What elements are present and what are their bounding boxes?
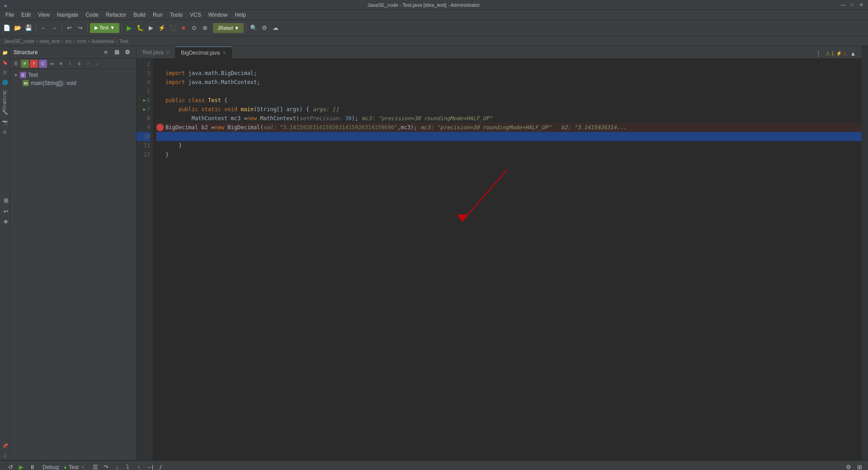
maximize-button[interactable]: □ <box>849 2 855 8</box>
menu-run[interactable]: Run <box>149 11 166 19</box>
run-config-dropdown[interactable]: ▶ Test ▼ <box>90 23 119 33</box>
debug-run-to-cursor-btn[interactable]: →| <box>145 462 155 470</box>
struct-f-btn[interactable]: f <box>30 60 38 68</box>
debug-pause-btn[interactable]: ⏸ <box>27 462 37 470</box>
struct-m-btn[interactable]: m <box>48 60 56 68</box>
menu-edit[interactable]: Edit <box>18 11 34 19</box>
tree-item-test[interactable]: ▼ C Test <box>12 71 134 79</box>
breadcrumb-test[interactable]: Test <box>119 38 128 44</box>
new-file-button[interactable]: 📄 <box>2 23 12 33</box>
left-sidebar: 📁 🔖 ☰ 🌐 M G 🔧 📷 ⚙ 📌 J <box>0 46 10 460</box>
line-numbers: 2 3 4 5 ▶6 ▶7 8 9 10 11 12 <box>137 59 153 460</box>
struct-p-btn[interactable]: P <box>21 60 29 68</box>
expand-editor-btn[interactable]: ▲ <box>848 48 858 58</box>
frame-view-btn[interactable]: 👁 <box>1 217 11 227</box>
tree-item-main[interactable]: m main(String[]): void <box>12 79 134 87</box>
search-everywhere-button[interactable]: 🔍 <box>249 23 259 33</box>
menu-help[interactable]: Help <box>231 11 250 19</box>
menu-tools[interactable]: Tools <box>166 11 186 19</box>
struct-i-btn[interactable]: i <box>66 60 74 68</box>
menu-view[interactable]: View <box>34 11 53 19</box>
debug-step-over-btn[interactable]: ↷ <box>101 462 111 470</box>
frame-copy-btn[interactable]: ⊞ <box>1 195 11 205</box>
breadcrumb-idea[interactable]: idea_test <box>40 38 60 44</box>
debug-button[interactable]: 🐛 <box>135 23 145 33</box>
sidebar-project-icon[interactable]: 📁 <box>0 48 9 57</box>
method-icon: m <box>23 80 29 86</box>
breadcrumb-javase[interactable]: JavaSE_code <box>4 38 34 44</box>
forward-button[interactable]: → <box>49 23 59 33</box>
menu-window[interactable]: Window <box>205 11 231 19</box>
breadcrumb-com[interactable]: com <box>77 38 86 44</box>
sidebar-tools-icon[interactable]: 🔧 <box>0 108 9 117</box>
menu-build[interactable]: Build <box>130 11 149 19</box>
more-run-button[interactable]: ⊙ <box>189 23 199 33</box>
undo-button[interactable]: ↩ <box>64 23 74 33</box>
menu-vcs[interactable]: VCS <box>186 11 205 19</box>
code-line-10 <box>156 132 862 141</box>
debug-step-into-btn[interactable]: ↓ <box>112 462 122 470</box>
code-content[interactable]: import java.math.BigDecimal; import java… <box>153 59 862 460</box>
open-button[interactable]: 📂 <box>13 23 23 33</box>
code-editor[interactable]: 2 3 4 5 ▶6 ▶7 8 9 10 11 12 <box>137 59 862 460</box>
debug-resume-btn[interactable]: ▶ <box>16 462 26 470</box>
run-button[interactable]: ▶ <box>124 23 134 33</box>
no-run-button[interactable]: ⊗ <box>200 23 210 33</box>
sidebar-pin-icon[interactable]: 📌 <box>0 441 9 450</box>
debug-evaluate-btn[interactable]: 𝑓 <box>156 462 165 470</box>
right-gutter <box>862 46 868 460</box>
tab-bigdecimal-java[interactable]: BigDecimal.java ✕ <box>175 47 232 58</box>
tab-test-java[interactable]: Test.java ✕ <box>137 47 175 58</box>
struct-s-btn[interactable]: S <box>75 60 83 68</box>
sidebar-jrebel-icon[interactable]: J <box>0 451 9 460</box>
struct-x-btn[interactable]: ✕ <box>57 60 65 68</box>
close-button[interactable]: ✕ <box>858 2 864 8</box>
profile-button[interactable]: ⚡ <box>157 23 167 33</box>
debug-step-out-btn[interactable]: ↑ <box>134 462 144 470</box>
debug-settings-btn[interactable]: ⚙ <box>844 462 854 470</box>
debug-tab-name[interactable]: ● Test ✕ <box>64 464 85 470</box>
debug-step-into-method-btn[interactable]: ⤵ <box>123 462 133 470</box>
vcs-button[interactable]: ☁ <box>270 23 280 33</box>
recent-files-btn[interactable]: ⋮ <box>814 48 824 58</box>
settings-button[interactable]: ⚙ <box>259 23 269 33</box>
breadcrumb-liu[interactable]: liudashuai <box>92 38 114 44</box>
debug-frames-btn[interactable]: ☰ <box>90 462 100 470</box>
sidebar-settings-icon[interactable]: ⚙ <box>0 127 9 136</box>
sidebar-web-icon[interactable]: 🌐 <box>0 78 9 87</box>
structure-sort-btn[interactable]: ≡ <box>101 47 111 57</box>
structure-expand-btn[interactable]: ⊞ <box>112 47 122 57</box>
struct-up-btn[interactable]: ↑ <box>84 60 92 68</box>
frame-restore-btn[interactable]: ↩ <box>1 206 11 216</box>
menu-file[interactable]: File <box>2 11 18 19</box>
breakpoint-marker[interactable] <box>156 124 164 131</box>
menu-navigate[interactable]: Navigate <box>53 11 82 19</box>
sidebar-camera-icon[interactable]: 📷 <box>0 118 9 127</box>
sidebar-maven-icon[interactable]: M <box>0 88 9 97</box>
sidebar-structure-icon[interactable]: ☰ <box>0 68 9 77</box>
minimize-button[interactable]: — <box>840 2 846 8</box>
save-button[interactable]: 💾 <box>24 23 33 33</box>
tab-bigdecimal-java-close[interactable]: ✕ <box>222 50 226 55</box>
struct-c-btn[interactable]: C <box>39 60 47 68</box>
stop-button[interactable]: ■ <box>179 23 189 33</box>
breadcrumb-src[interactable]: src <box>65 38 72 44</box>
stop-build-button[interactable]: ⬛ <box>168 23 178 33</box>
debug-layout-btn[interactable]: ⊞ <box>854 462 864 470</box>
frame-side-actions: ⊞ ↩ 👁 <box>0 194 12 228</box>
debug-restart-btn[interactable]: ↺ <box>5 462 15 470</box>
jrebel-btn[interactable]: JRebel ▼ <box>213 23 244 33</box>
sidebar-gradle-icon[interactable]: G <box>0 98 9 107</box>
sidebar-bookmarks-icon[interactable]: 🔖 <box>0 58 9 67</box>
structure-settings-btn[interactable]: ⚙ <box>123 47 132 57</box>
menu-code[interactable]: Code <box>82 11 102 19</box>
tab-test-java-close[interactable]: ✕ <box>166 50 170 55</box>
menu-refactor[interactable]: Refactor <box>102 11 130 19</box>
run-with-coverage-button[interactable]: ▶ <box>146 23 156 33</box>
back-button[interactable]: ← <box>38 23 48 33</box>
code-line-12: } <box>156 150 862 159</box>
redo-button[interactable]: ↪ <box>75 23 85 33</box>
struct-down-btn[interactable]: ↓ <box>93 60 101 68</box>
struct-anon-btn[interactable]: ☰ <box>12 60 20 68</box>
window-title: JavaSE_code - Test.java [idea_test] - Ad… <box>368 2 480 8</box>
